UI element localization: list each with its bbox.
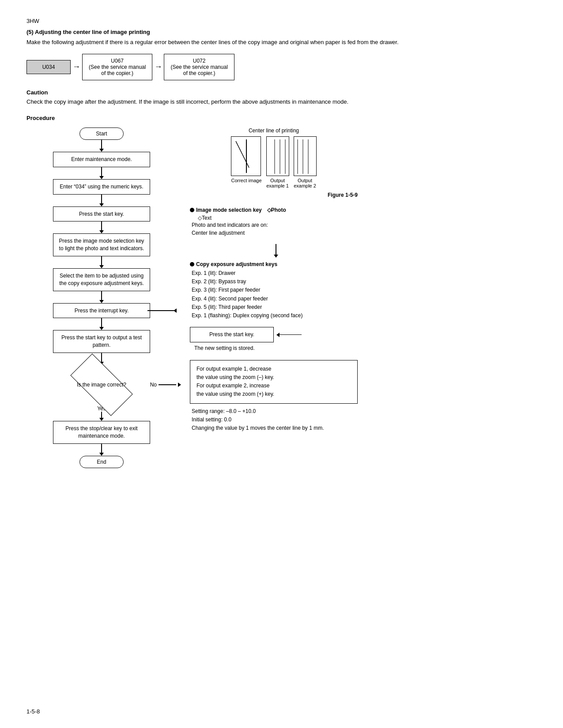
step4-box: Press the image mode selection key to li…	[53, 233, 150, 256]
diagonal-svg	[231, 137, 261, 176]
bullet-icon2	[190, 262, 194, 266]
arrow-down-5	[99, 256, 104, 268]
press-start-right-box: Press the start key.	[190, 327, 274, 342]
text-symbol: ◇Text	[198, 215, 358, 221]
exp-list: Exp. 1 (lit): Drawer Exp. 2 (lit): Bypas…	[192, 269, 358, 320]
initial-setting-text: Initial setting: 0.0	[192, 416, 358, 424]
page-label: 3HW	[26, 18, 537, 24]
step2-box: Enter “034” using the numeric keys.	[53, 179, 150, 195]
arrow-down-9	[99, 444, 104, 456]
figure-caption: Figure 1-5-9	[190, 192, 358, 198]
output2-label: Output example 2	[294, 178, 317, 188]
output-box-line1: For output example 1, decrease	[196, 365, 351, 373]
copy-exposure-label: Copy exposure adjustment keys	[190, 261, 358, 267]
main-content: Start Enter maintenance mode. Enter “034…	[26, 128, 537, 468]
arrow-down-6	[99, 291, 104, 303]
copy-exposure-annotation: Copy exposure adjustment keys Exp. 1 (li…	[190, 261, 358, 320]
exp2: Exp. 2 (lit): Bypass tray	[192, 278, 358, 286]
diamond-wrap: Is the image correct? No	[53, 365, 150, 405]
step5-box: Select the item to be adjusted using the…	[53, 268, 150, 291]
u034-box: U034	[26, 60, 71, 74]
intro-text: Make the following adjustment if there i…	[26, 38, 537, 47]
photo-text-on: Photo and text indicators are on: Center…	[192, 221, 358, 237]
flowchart: Start Enter maintenance mode. Enter “034…	[26, 128, 177, 468]
start-oval: Start	[79, 128, 124, 140]
exp4: Exp. 4 (lit): Second paper feeder	[192, 295, 358, 303]
correct-image-rect	[231, 136, 261, 176]
exp3: Exp. 3 (lit): First paper feeder	[192, 286, 358, 294]
step7-box: Press the start key to output a test pat…	[53, 330, 150, 353]
output-example-box: For output example 1, decrease the value…	[190, 360, 358, 404]
step3-box: Press the start key.	[53, 206, 150, 222]
arrow-down-2	[99, 167, 104, 179]
step1-box: Enter maintenance mode.	[53, 152, 150, 167]
image-mode-label: Image mode selection key ◇Photo	[190, 207, 358, 213]
page-number: 1-5-8	[26, 708, 40, 715]
figure-area: Center line of printing Correct image	[190, 128, 358, 198]
u072-box: U072 (See the service manual of the copi…	[164, 54, 234, 80]
arrow1: →	[72, 62, 80, 71]
output2-rect	[294, 136, 317, 176]
u067-box: U067 (See the service manual of the copi…	[82, 54, 152, 80]
flowchart-column: Start Enter maintenance mode. Enter “034…	[26, 128, 177, 468]
correct-image-wrap: Correct image	[231, 136, 261, 183]
arrow2: →	[154, 62, 162, 71]
changing-value-text: Changing the value by 1 moves the center…	[192, 424, 358, 432]
center-line-label: Center line of printing	[190, 128, 358, 134]
svg-line-0	[236, 141, 249, 168]
new-setting-text: The new setting is stored.	[194, 345, 255, 351]
output1-svg	[267, 137, 290, 176]
procedure-title: Procedure	[26, 115, 537, 121]
left-arrow-connector	[276, 333, 302, 337]
arrow-to-exposure	[194, 244, 358, 258]
output1-wrap: Output example 1	[266, 136, 289, 188]
arrow-down-7	[99, 318, 104, 330]
figure-images: Correct image Output example 1	[190, 136, 358, 188]
bullet-icon	[190, 208, 194, 212]
arrow-down-1	[99, 140, 104, 152]
exp5: Exp. 5 (lit): Third paper feeder	[192, 303, 358, 311]
process-diagram: U034 → U067 (See the service manual of t…	[26, 54, 537, 80]
output-box-line3: For output example 2, increase	[196, 382, 351, 390]
no-label: No	[150, 382, 157, 388]
caution-text: Check the copy image after the adjustmen…	[26, 98, 537, 106]
section-title: (5) Adjusting the center line of image p…	[26, 29, 537, 35]
output2-svg	[294, 137, 317, 176]
setting-range-text: Setting range: –8.0 – +10.0	[192, 407, 358, 416]
setting-range: Setting range: –8.0 – +10.0 Initial sett…	[192, 407, 358, 433]
output-box-line2: the value using the zoom (–) key.	[196, 373, 351, 382]
step6-box: Press the interrupt key.	[53, 303, 150, 319]
end-oval: End	[79, 456, 124, 468]
output-box-line4: the value using the zoom (+) key.	[196, 390, 351, 398]
image-mode-annotation: Image mode selection key ◇Photo ◇Text Ph…	[190, 207, 358, 237]
right-panel: Center line of printing Correct image	[190, 128, 358, 468]
correct-image-label: Correct image	[231, 178, 261, 183]
photo-symbol: ◇Photo	[267, 207, 286, 213]
output2-wrap: Output example 2	[294, 136, 317, 188]
caution-title: Caution	[26, 89, 537, 96]
arrow-down-3	[99, 195, 104, 206]
exp1: Exp. 1 (lit): Drawer	[192, 269, 358, 278]
output1-rect	[266, 136, 289, 176]
diamond-text: Is the image correct?	[77, 382, 126, 388]
right-start-area: Press the start key. The new setting is …	[190, 327, 358, 353]
arrow-down-4	[99, 221, 104, 233]
exp6: Exp. 1 (flashing): Duplex copying (secon…	[192, 311, 358, 320]
output1-label: Output example 1	[266, 178, 289, 188]
step8-box: Press the stop/clear key to exit mainten…	[53, 421, 150, 444]
